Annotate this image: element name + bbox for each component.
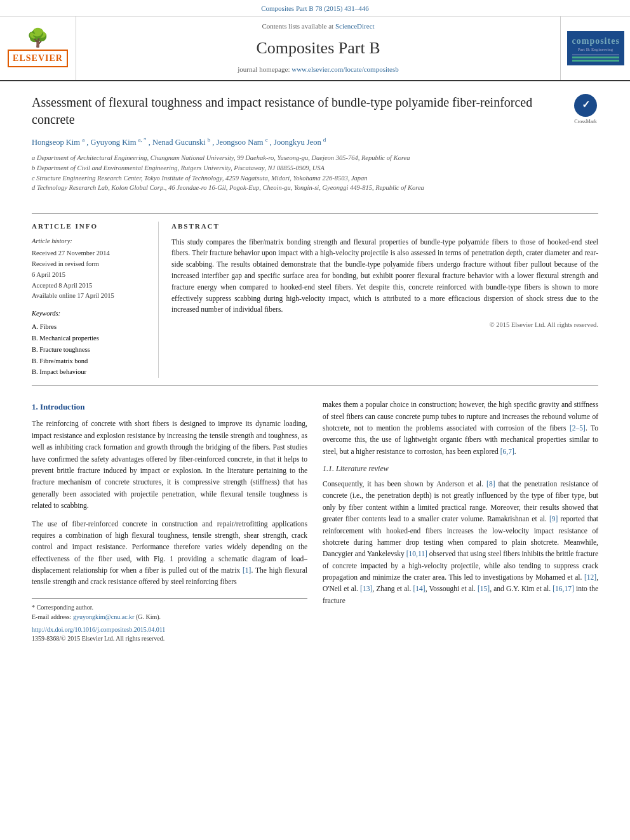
accepted-date: Accepted 8 April 2015 — [32, 281, 148, 291]
crossmark-label: CrossMark — [574, 118, 597, 125]
info-abstract-section: ARTICLE INFO Article history: Received 2… — [32, 222, 598, 378]
keyword-2: B. Mechanical properties — [32, 333, 148, 344]
abstract-column: ABSTRACT This study compares the fiber/m… — [171, 222, 598, 378]
doi-link[interactable]: http://dx.doi.org/10.1016/j.compositesb.… — [32, 626, 165, 633]
affiliation-d: d Technology Reserarch Lab, Kolon Global… — [32, 183, 560, 193]
ref-9[interactable]: [9] — [549, 515, 558, 523]
keywords-section: Keywords: A. Fibres B. Mechanical proper… — [32, 309, 148, 378]
journal-title: Composites Part B — [256, 37, 380, 60]
keyword-4: B. Fibre/matrix bond — [32, 356, 148, 367]
subsection-1-1-title: 1.1. Literature review — [323, 463, 598, 474]
composites-logo-block: composites Part B: Engineering — [560, 17, 630, 79]
composites-logo-subtitle: Part B: Engineering — [572, 47, 619, 53]
email-link[interactable]: gyuyongkim@cnu.ac.kr — [73, 613, 134, 620]
available-date: Available online 17 April 2015 — [32, 291, 148, 302]
ref-1[interactable]: [1] — [243, 566, 251, 574]
sciencedirect-link[interactable]: ScienceDirect — [335, 22, 375, 30]
body-divider — [32, 385, 598, 386]
doi-line: http://dx.doi.org/10.1016/j.compositesb.… — [32, 625, 307, 634]
affiliation-b: b Department of Civil and Environmental … — [32, 163, 560, 173]
crossmark-icon: ✓ — [574, 94, 597, 117]
journal-header: 🌳 ELSEVIER Contents lists available at S… — [0, 17, 630, 81]
contents-label: Contents lists available at — [262, 22, 333, 30]
elsevier-logo: 🌳 ELSEVIER — [8, 29, 68, 67]
left-column: 1. Introduction The reinforcing of concr… — [32, 399, 307, 643]
revised-date: 6 April 2015 — [32, 270, 148, 281]
ref-14[interactable]: [14] — [413, 585, 425, 592]
article-history: Article history: Received 27 November 20… — [32, 237, 148, 302]
keywords-label: Keywords: — [32, 309, 148, 319]
homepage-url[interactable]: www.elsevier.com/locate/compositesb — [292, 65, 399, 73]
composites-logo-lines — [572, 55, 619, 62]
keyword-3: B. Fracture toughness — [32, 344, 148, 356]
main-body: 1. Introduction The reinforcing of concr… — [32, 399, 598, 643]
ref-8[interactable]: [8] — [486, 480, 495, 488]
ref-10-11[interactable]: [10,11] — [406, 550, 427, 557]
crossmark-badge[interactable]: ✓ CrossMark — [573, 94, 598, 125]
ref-13[interactable]: [13] — [360, 585, 372, 592]
issn-line: 1359-8368/© 2015 Elsevier Ltd. All right… — [32, 634, 307, 643]
elsevier-wordmark: ELSEVIER — [8, 50, 68, 67]
ref-16-17[interactable]: [16,17] — [553, 585, 574, 592]
article-title-section: Assessment of flexural toughness and imp… — [32, 94, 598, 204]
right-para-2: Consequently, it has been shown by Ander… — [323, 478, 598, 606]
intro-para-2: The use of fiber-reinforced concrete in … — [32, 518, 307, 588]
right-para-1: makes them a popular choice in construct… — [323, 399, 598, 457]
ref-2-5[interactable]: [2–5] — [570, 424, 586, 432]
affiliations: a Department of Architectural Engineerin… — [32, 153, 560, 193]
history-label: Article history: — [32, 237, 148, 246]
ref-6-7[interactable]: [6,7] — [500, 448, 514, 455]
corresponding-note: * Corresponding author. — [32, 603, 307, 612]
received-revised-label: Received in revised form — [32, 259, 148, 270]
composites-logo: composites Part B: Engineering — [567, 31, 624, 66]
email-label: E-mail address: — [32, 613, 71, 620]
footnote-area: * Corresponding author. E-mail address: … — [32, 598, 307, 643]
elsevier-branding: 🌳 ELSEVIER — [0, 17, 76, 79]
journal-citation-bar: Composites Part B 78 (2015) 431–446 — [0, 0, 630, 17]
article-info-column: ARTICLE INFO Article history: Received 2… — [32, 222, 159, 378]
abstract-text: This study compares the fiber/matrix bon… — [171, 237, 598, 316]
elsevier-tree-image: 🌳 — [27, 29, 49, 47]
journal-homepage-line: journal homepage: www.elsevier.com/locat… — [238, 65, 398, 74]
copyright-line: © 2015 Elsevier Ltd. All rights reserved… — [171, 321, 598, 330]
section-divider — [32, 213, 598, 214]
received-date: Received 27 November 2014 — [32, 248, 148, 259]
email-name: (G. Kim). — [136, 613, 161, 620]
article-title-block: Assessment of flexural toughness and imp… — [32, 94, 560, 197]
article-content: Assessment of flexural toughness and imp… — [0, 81, 630, 656]
abstract-label: ABSTRACT — [171, 222, 598, 231]
sciencedirect-line: Contents lists available at ScienceDirec… — [262, 22, 374, 31]
email-note: E-mail address: gyuyongkim@cnu.ac.kr (G.… — [32, 612, 307, 622]
article-authors: Hongseop Kim a , Gyuyong Kim a, * , Nena… — [32, 136, 560, 149]
article-title: Assessment of flexural toughness and imp… — [32, 94, 560, 128]
journal-title-block: Contents lists available at ScienceDirec… — [76, 17, 560, 79]
ref-15[interactable]: [15] — [478, 585, 490, 592]
composites-logo-title: composites — [572, 35, 619, 48]
homepage-label: journal homepage: — [238, 65, 290, 73]
affiliation-a: a Department of Architectural Engineerin… — [32, 153, 560, 163]
right-column: makes them a popular choice in construct… — [323, 399, 598, 643]
citation-text: Composites Part B 78 (2015) 431–446 — [261, 4, 369, 12]
intro-section-title: 1. Introduction — [32, 401, 307, 413]
article-info-label: ARTICLE INFO — [32, 222, 148, 231]
affiliation-c: c Structure Engineering Research Center,… — [32, 173, 560, 183]
ref-12[interactable]: [12] — [584, 573, 596, 581]
keyword-1: A. Fibres — [32, 321, 148, 333]
intro-para-1: The reinforcing of concrete with short f… — [32, 418, 307, 511]
author-hongseop: Hongseop Kim — [32, 138, 82, 147]
keyword-5: B. Impact behaviour — [32, 366, 148, 378]
